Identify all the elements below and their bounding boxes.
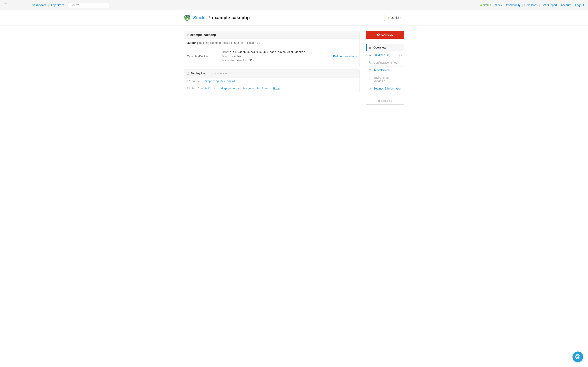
stack-status-dot-icon xyxy=(187,34,189,36)
sidebar-item-settings[interactable]: ⚙ Settings & Information xyxy=(366,85,404,92)
breadcrumb-stacks[interactable]: Stacks xyxy=(193,15,207,20)
cloud66-logo-icon: CLOUD 66 xyxy=(184,14,191,21)
log-row: 12:24:17 — Building cakephp-docker image… xyxy=(184,85,360,92)
delete-button: 🗑DELETE xyxy=(366,97,404,105)
stack-status-label: Building xyxy=(187,41,198,44)
sidebar-item-config-files: 🔧 Configuration Files xyxy=(366,59,404,67)
deploy-log-panel: Deploy Log — 1 minute ago 12:24:14 — Pre… xyxy=(184,69,360,92)
breadcrumb-current: example-cakephp xyxy=(212,15,250,20)
user-menu-button[interactable]: ♛ Daniel ▾ xyxy=(384,15,404,21)
breadcrumb: Stacks / example-cakephp xyxy=(193,15,250,20)
stack-name: example-cakephp xyxy=(190,33,216,36)
stack-status-message: Building cakephp-docker image on BuildGr… xyxy=(199,41,255,44)
nav-logout[interactable]: Logout xyxy=(575,3,584,7)
nav-account[interactable]: Account xyxy=(561,3,571,7)
service-name: Cakephp-Docker xyxy=(187,55,222,58)
sidebar-item-overview[interactable]: ▦ Overview xyxy=(366,44,404,51)
deploy-log-time: — 1 minute ago xyxy=(208,72,227,75)
document-icon xyxy=(187,72,189,75)
sidebar-item-activeprotect[interactable]: 🛡 ActiveProtect xyxy=(366,67,404,74)
service-details: Repo: git://github.com/cloud66-samples/c… xyxy=(222,50,305,63)
user-name: Daniel xyxy=(391,16,399,19)
stack-status-row: Building Building cakephp-docker image o… xyxy=(184,39,360,47)
nav-getsupport[interactable]: Get Support xyxy=(541,3,557,7)
log-row: 12:24:14 — Preparing BuildGrid xyxy=(184,77,360,85)
service-view-logs-link[interactable]: Building, view logs xyxy=(333,55,357,58)
chevron-down-icon: ▾ xyxy=(400,17,401,19)
nav-community[interactable]: Community xyxy=(506,3,520,7)
spinner-icon xyxy=(399,54,402,56)
sidebar-item-buildgrid[interactable]: ☁ BuildGrid (1) xyxy=(366,51,404,59)
cloud-icon: ☁ xyxy=(369,54,371,57)
stack-panel-header: example-cakephp xyxy=(184,31,360,39)
crown-icon: ♛ xyxy=(387,16,389,19)
wrench-icon: 🔧 xyxy=(369,61,371,64)
log-more-link[interactable]: More xyxy=(273,87,279,90)
spinner-icon xyxy=(257,42,260,44)
status-dot-icon xyxy=(480,4,482,6)
mail-icon[interactable] xyxy=(4,3,7,7)
breadcrumb-separator: / xyxy=(209,15,210,20)
stack-panel: example-cakephp Building Building cakeph… xyxy=(184,31,360,66)
search-input[interactable] xyxy=(68,2,109,8)
svg-text:CLOUD: CLOUD xyxy=(185,16,189,17)
trash-icon: 🗑 xyxy=(378,99,380,102)
nav-separator: | xyxy=(48,3,49,7)
swap-icon: ⇄ xyxy=(369,78,371,81)
nav-dashboard[interactable]: Dashboard xyxy=(32,3,47,7)
grid-icon: ▦ xyxy=(369,46,371,49)
nav-status[interactable]: Status xyxy=(480,3,491,7)
nav-appstore[interactable]: App Store xyxy=(51,3,64,7)
svg-text:66: 66 xyxy=(186,17,189,20)
nav-slack[interactable]: Slack xyxy=(495,3,502,7)
side-menu: ▦ Overview ☁ BuildGrid (1) 🔧 Configurati… xyxy=(366,44,404,92)
service-row: Cakephp-Docker Repo: git://github.com/cl… xyxy=(184,47,360,66)
deploy-log-title: Deploy Log xyxy=(191,72,207,75)
cancel-button[interactable]: CANCEL xyxy=(366,31,404,39)
deploy-log-header: Deploy Log — 1 minute ago xyxy=(184,70,360,77)
gear-icon: ⚙ xyxy=(369,87,371,90)
sidebar-item-env-vars: ⇄ Environment Variables xyxy=(366,74,404,85)
nav-helpdocs[interactable]: Help Docs xyxy=(524,3,537,7)
shield-icon: 🛡 xyxy=(369,69,371,72)
cancel-icon xyxy=(377,33,380,36)
